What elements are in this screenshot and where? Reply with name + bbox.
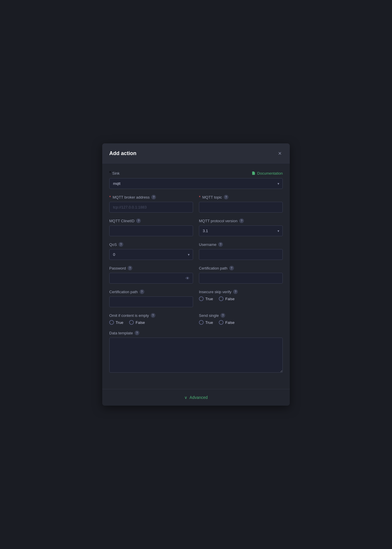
- cert-path-2-label-row: Certification path ?: [109, 289, 193, 294]
- cert-path-1-field: Certification path ?: [199, 266, 283, 284]
- omit-label-row: Omit if content is empty ?: [109, 313, 193, 318]
- send-single-false-option[interactable]: False: [219, 320, 235, 325]
- insecure-label-row: Insecure skip verify ?: [199, 289, 283, 294]
- topic-help-icon[interactable]: ?: [224, 195, 228, 199]
- password-label: Password: [109, 266, 126, 270]
- cert-path-1-label-row: Certification path ?: [199, 266, 283, 270]
- cert2-insecure-row: Certification path ? Insecure skip verif…: [109, 289, 283, 307]
- omit-true-option[interactable]: True: [109, 320, 123, 325]
- data-template-label-row: Data template ?: [109, 331, 283, 335]
- send-single-label-row: Send single ?: [199, 313, 283, 318]
- username-label: Username: [199, 242, 216, 247]
- documentation-link[interactable]: Documentation: [251, 171, 283, 176]
- send-single-false-label: False: [225, 320, 235, 325]
- data-template-help-icon[interactable]: ?: [135, 331, 139, 335]
- send-single-true-option[interactable]: True: [199, 320, 213, 325]
- password-label-row: Password ?: [109, 266, 193, 270]
- send-single-label: Send single: [199, 313, 219, 318]
- broker-required: *: [109, 195, 111, 199]
- data-template-textarea[interactable]: [109, 338, 283, 373]
- sink-label-wrap: * Sink: [109, 171, 120, 176]
- qos-select-wrapper: 0 1 2 ▾: [109, 249, 193, 260]
- send-single-true-label: True: [205, 320, 213, 325]
- data-template-field: Data template ?: [109, 331, 283, 374]
- modal-header: Add action ×: [102, 143, 290, 164]
- clientid-help-icon[interactable]: ?: [136, 218, 141, 223]
- mqtt-broker-field: * MQTT broker address ?: [109, 195, 193, 213]
- data-template-label: Data template: [109, 331, 133, 335]
- clientid-protocol-row: MQTT ClinetID ? MQTT protocol version ? …: [109, 218, 283, 236]
- password-cert1-row: Password ? 👁 Certification path ?: [109, 266, 283, 284]
- omit-sendsingle-row: Omit if content is empty ? True False: [109, 313, 283, 325]
- modal-body: * Sink Documentation mqtt kafka: [102, 164, 290, 387]
- close-button[interactable]: ×: [277, 149, 283, 157]
- omit-help-icon[interactable]: ?: [151, 313, 155, 318]
- omit-true-label: True: [116, 320, 123, 325]
- advanced-label: Advanced: [190, 395, 208, 400]
- send-single-true-radio[interactable]: [199, 320, 204, 325]
- omit-label: Omit if content is empty: [109, 313, 149, 318]
- mqtt-topic-label-row: * MQTT topic ?: [199, 195, 283, 199]
- sink-label: Sink: [112, 171, 119, 176]
- send-single-false-radio[interactable]: [219, 320, 223, 325]
- insecure-false-radio[interactable]: [219, 296, 223, 301]
- qos-label-row: QoS ?: [109, 242, 193, 247]
- sink-header: * Sink Documentation: [109, 171, 283, 176]
- omit-false-option[interactable]: False: [129, 320, 145, 325]
- modal-title: Add action: [109, 150, 136, 157]
- documentation-label: Documentation: [257, 171, 283, 176]
- qos-username-row: QoS ? 0 1 2 ▾ Username ?: [109, 242, 283, 260]
- password-input[interactable]: [109, 273, 193, 284]
- username-label-row: Username ?: [199, 242, 283, 247]
- mqtt-broker-input[interactable]: [109, 202, 193, 213]
- username-field: Username ?: [199, 242, 283, 260]
- insecure-false-label: False: [225, 297, 235, 301]
- qos-label: QoS: [109, 242, 117, 247]
- advanced-section[interactable]: ∨ Advanced: [102, 389, 290, 406]
- insecure-help-icon[interactable]: ?: [233, 289, 238, 294]
- mqtt-broker-label-row: * MQTT broker address ?: [109, 195, 193, 199]
- mqtt-protocol-select[interactable]: 3.1 3.1.1 5.0: [199, 225, 283, 236]
- cert-path-1-input[interactable]: [199, 273, 283, 284]
- insecure-false-option[interactable]: False: [219, 296, 235, 301]
- insecure-true-radio[interactable]: [199, 296, 204, 301]
- qos-help-icon[interactable]: ?: [119, 242, 123, 247]
- cert-path-2-field: Certification path ?: [109, 289, 193, 307]
- password-field: Password ? 👁: [109, 266, 193, 284]
- omit-true-radio[interactable]: [109, 320, 114, 325]
- mqtt-protocol-field: MQTT protocol version ? 3.1 3.1.1 5.0 ▾: [199, 218, 283, 236]
- omit-false-radio[interactable]: [129, 320, 134, 325]
- clientid-label: MQTT ClinetID: [109, 219, 134, 223]
- insecure-label: Insecure skip verify: [199, 290, 231, 294]
- qos-field: QoS ? 0 1 2 ▾: [109, 242, 193, 260]
- sink-required-marker: *: [109, 171, 111, 176]
- cert-path-1-help-icon[interactable]: ?: [229, 266, 234, 270]
- qos-select[interactable]: 0 1 2: [109, 249, 193, 260]
- cert-path-2-help-icon[interactable]: ?: [140, 289, 144, 294]
- username-help-icon[interactable]: ?: [218, 242, 223, 247]
- omit-field: Omit if content is empty ? True False: [109, 313, 193, 325]
- sink-select[interactable]: mqtt kafka http influxdb: [109, 178, 283, 189]
- cert-path-2-input[interactable]: [109, 296, 193, 307]
- broker-help-icon[interactable]: ?: [151, 195, 156, 199]
- username-input[interactable]: [199, 249, 283, 260]
- protocol-help-icon[interactable]: ?: [239, 218, 244, 223]
- mqtt-clientid-input[interactable]: [109, 225, 193, 236]
- password-wrapper: 👁: [109, 273, 193, 284]
- insecure-true-option[interactable]: True: [199, 296, 213, 301]
- eye-icon[interactable]: 👁: [185, 276, 190, 281]
- add-action-modal: Add action × * Sink Documentation: [102, 143, 290, 406]
- mqtt-clientid-label-row: MQTT ClinetID ?: [109, 218, 193, 223]
- document-icon: [251, 171, 256, 176]
- cert-path-2-label: Certification path: [109, 290, 138, 294]
- protocol-label: MQTT protocol version: [199, 219, 237, 223]
- insecure-radio-group: True False: [199, 296, 283, 301]
- chevron-down-icon: ∨: [184, 395, 187, 400]
- mqtt-topic-input[interactable]: [199, 202, 283, 213]
- send-single-help-icon[interactable]: ?: [221, 313, 225, 318]
- mqtt-clientid-field: MQTT ClinetID ?: [109, 218, 193, 236]
- protocol-select-wrapper: 3.1 3.1.1 5.0 ▾: [199, 225, 283, 236]
- cert-path-1-label: Certification path: [199, 266, 228, 270]
- password-help-icon[interactable]: ?: [128, 266, 132, 270]
- broker-label: MQTT broker address: [112, 195, 150, 199]
